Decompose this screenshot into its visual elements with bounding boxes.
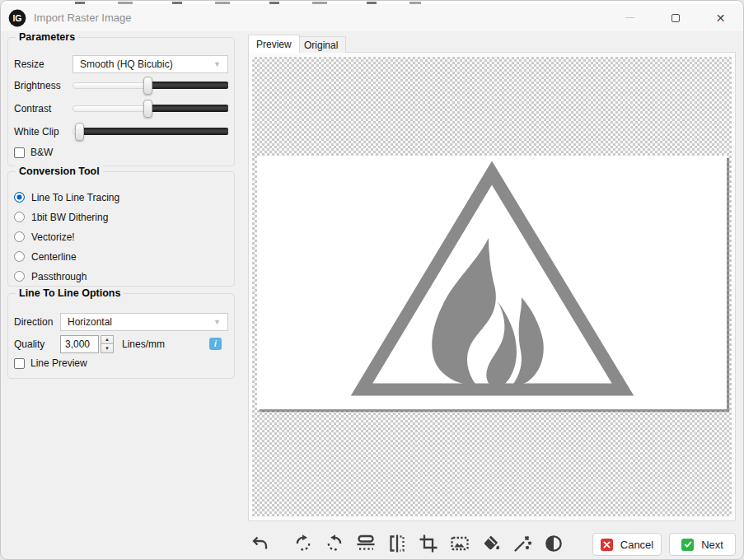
bw-checkbox[interactable] xyxy=(14,147,25,158)
flip-vertical-icon[interactable] xyxy=(354,532,377,555)
close-icon: ✕ xyxy=(716,12,726,24)
flip-horizontal-icon[interactable] xyxy=(386,532,408,555)
line-preview-row: Line Preview xyxy=(14,357,228,370)
resize-dropdown[interactable]: Smooth (HQ Bicubic) ▼ xyxy=(73,55,228,73)
slider-thumb[interactable] xyxy=(75,123,84,141)
radio-icon xyxy=(14,251,25,262)
brightness-label: Brightness xyxy=(14,80,73,91)
resize-label: Resize xyxy=(14,58,73,70)
slider-filled-track xyxy=(147,105,228,112)
preview-panel xyxy=(248,52,736,521)
slider-groove xyxy=(73,105,147,112)
cancel-button[interactable]: Cancel xyxy=(592,533,662,556)
line-preview-label: Line Preview xyxy=(30,357,87,369)
title-bar: lG Import Raster Image ✕ xyxy=(1,4,743,31)
direction-dropdown[interactable]: Horizontal ▼ xyxy=(60,313,228,331)
tab-preview[interactable]: Preview xyxy=(248,35,300,53)
slider-filled-track xyxy=(79,128,228,135)
crop-icon[interactable] xyxy=(417,532,439,555)
magic-wand-icon[interactable] xyxy=(511,532,533,555)
quality-row: Quality 3,000 ▲ ▼ Lines/mm i xyxy=(14,334,228,353)
quality-unit-label: Lines/mm xyxy=(122,338,165,350)
radio-label: 1bit BW Dithering xyxy=(31,212,108,223)
flammable-warning-sign xyxy=(257,156,727,409)
chevron-down-icon: ▼ xyxy=(213,60,221,68)
rotate-counterclockwise-icon[interactable] xyxy=(323,532,345,555)
radio-icon xyxy=(14,192,25,203)
direction-label: Direction xyxy=(14,316,60,328)
spin-up-button[interactable]: ▲ xyxy=(101,335,114,345)
cancel-x-icon xyxy=(601,539,613,551)
radio-label: Line To Line Tracing xyxy=(31,192,119,203)
lasergrbl-logo-icon: lG xyxy=(8,9,26,27)
invert-icon[interactable] xyxy=(542,532,564,555)
minimize-button[interactable] xyxy=(607,4,653,31)
next-button[interactable]: Next xyxy=(669,533,736,556)
import-raster-dialog: lG Import Raster Image ✕ Parameters Resi… xyxy=(0,0,744,560)
tab-label: Preview xyxy=(256,39,292,50)
cancel-label: Cancel xyxy=(620,539,653,551)
tab-label: Original xyxy=(304,40,338,51)
svg-text:lG: lG xyxy=(12,12,21,22)
radio-1bit-bw-dithering[interactable]: 1bit BW Dithering xyxy=(14,210,228,224)
contrast-label: Contrast xyxy=(14,103,73,114)
info-icon[interactable]: i xyxy=(209,338,222,350)
bw-row: B&W xyxy=(14,146,228,159)
radio-line-to-line-tracing[interactable]: Line To Line Tracing xyxy=(14,190,228,204)
raster-image-preview[interactable] xyxy=(257,156,727,409)
quality-input[interactable]: 3,000 xyxy=(60,335,99,353)
line-options-group-title: Line To Line Options xyxy=(16,287,124,299)
maximize-icon xyxy=(671,14,680,22)
conversion-tool-group: Conversion Tool Line To Line Tracing 1bi… xyxy=(7,171,235,287)
chevron-down-icon: ▼ xyxy=(213,318,221,326)
radio-passthrough[interactable]: Passthrough xyxy=(14,269,228,283)
radio-icon xyxy=(14,212,25,222)
line-preview-checkbox[interactable] xyxy=(14,358,25,369)
slider-filled-track xyxy=(147,82,228,89)
rotate-clockwise-icon[interactable] xyxy=(292,532,314,555)
slider-thumb[interactable] xyxy=(143,100,152,118)
radio-icon xyxy=(14,271,25,282)
direction-row: Direction Horizontal ▼ xyxy=(14,312,228,331)
conversion-tool-group-title: Conversion Tool xyxy=(16,166,103,177)
next-label: Next xyxy=(701,539,723,551)
maximize-button[interactable] xyxy=(653,4,698,31)
resize-value: Smooth (HQ Bicubic) xyxy=(80,58,173,70)
radio-label: Passthrough xyxy=(31,271,87,282)
brightness-row: Brightness xyxy=(14,77,228,95)
transparency-checkerboard xyxy=(252,57,732,516)
auto-trim-icon[interactable] xyxy=(448,532,470,555)
slider-groove xyxy=(73,82,147,89)
contrast-slider[interactable] xyxy=(73,100,228,118)
radio-label: Vectorize! xyxy=(31,231,75,243)
parameters-group-title: Parameters xyxy=(16,31,78,43)
close-button[interactable]: ✕ xyxy=(698,4,743,31)
white-clip-slider[interactable] xyxy=(73,123,228,141)
radio-label: Centerline xyxy=(31,251,77,263)
window-controls: ✕ xyxy=(607,4,743,31)
parameters-group: Parameters Resize Smooth (HQ Bicubic) ▼ … xyxy=(7,37,235,166)
spin-down-button[interactable]: ▼ xyxy=(101,344,114,353)
line-options-group: Line To Line Options Direction Horizonta… xyxy=(7,293,235,379)
quality-label: Quality xyxy=(14,338,60,350)
direction-value: Horizontal xyxy=(68,316,112,328)
brightness-slider[interactable] xyxy=(73,77,228,95)
radio-vectorize[interactable]: Vectorize! xyxy=(14,230,228,244)
white-clip-row: White Clip xyxy=(14,123,228,141)
resize-row: Resize Smooth (HQ Bicubic) ▼ xyxy=(14,54,228,73)
quality-stepper: ▲ ▼ xyxy=(101,335,114,353)
window-title: Import Raster Image xyxy=(34,12,132,24)
radio-centerline[interactable]: Centerline xyxy=(14,250,228,264)
fill-icon[interactable] xyxy=(480,532,502,555)
image-toolbar xyxy=(249,532,573,555)
minimize-icon xyxy=(625,17,634,18)
contrast-row: Contrast xyxy=(14,100,228,118)
undo-icon[interactable] xyxy=(249,532,271,555)
bw-label: B&W xyxy=(30,147,53,158)
tab-original[interactable]: Original xyxy=(296,36,346,53)
radio-icon xyxy=(14,231,25,242)
next-check-icon xyxy=(681,539,694,551)
slider-thumb[interactable] xyxy=(143,77,152,95)
white-clip-label: White Clip xyxy=(14,126,73,138)
